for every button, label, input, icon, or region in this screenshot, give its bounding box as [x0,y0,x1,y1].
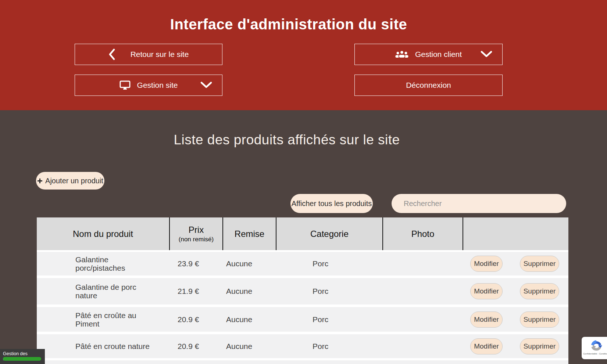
client-management-label: Gestion client [415,50,462,59]
row-divider [37,332,568,334]
chevron-left-icon [108,48,115,60]
people-icon [395,50,408,59]
plus-icon [37,178,43,184]
back-to-site-button[interactable]: Retour sur le site [75,44,222,65]
product-price: 20.9 € [169,342,222,351]
row-divider [37,275,568,278]
show-all-products-button[interactable]: Afficher tous les produits [290,194,373,213]
column-header-actions [463,217,568,250]
column-header-price: Prix (non remisé) [169,217,222,250]
column-header-category: Categorie [276,217,382,250]
site-management-label: Gestion site [137,81,178,90]
search-input[interactable] [392,194,566,213]
product-name: Galantine de porc nature [37,283,169,300]
recaptcha-badge[interactable]: Confidentialité - Conditions [582,337,607,359]
product-category: Porc [276,315,382,324]
product-category: Porc [276,342,382,351]
product-discount: Aucune [222,259,276,268]
column-header-price-sub: (non remisé) [179,236,214,243]
delete-button[interactable]: Supprimer [520,311,559,328]
delete-button[interactable]: Supprimer [520,283,559,299]
table-row: Pâté en croute nature 20.9 € Aucune Porc… [37,334,568,358]
table-row: Galantine de porc nature 21.9 € Aucune P… [37,278,568,304]
table-header-row: Nom du produit Prix (non remisé) Remise … [37,217,568,250]
table-row: Galantine porc/pistaches 23.9 € Aucune P… [37,252,568,275]
chevron-down-icon [481,51,492,58]
product-discount: Aucune [222,342,276,351]
product-name: Galantine porc/pistaches [37,255,169,272]
edit-button[interactable]: Modifier [470,283,503,299]
product-category: Porc [276,259,382,268]
monitor-icon [119,80,131,90]
products-table: Nom du produit Prix (non remisé) Remise … [37,217,568,364]
page-title: Interface d'administration du site [0,16,577,33]
recaptcha-icon [590,339,603,352]
product-discount: Aucune [222,287,276,296]
site-management-button[interactable]: Gestion site [75,75,222,96]
edit-button[interactable]: Modifier [470,338,503,354]
services-management-badge[interactable]: Gestion des services [0,349,45,364]
column-header-photo: Photo [382,217,463,250]
recaptcha-terms-label: Confidentialité - Conditions [583,353,607,355]
row-divider [37,304,568,307]
edit-button[interactable]: Modifier [470,311,503,328]
logout-label: Déconnexion [406,81,451,90]
add-product-label: Ajouter un produit [45,177,103,185]
show-all-products-label: Afficher tous les produits [292,199,372,208]
table-row-partial [37,360,568,364]
products-section-title: Liste des produits affichés sur le site [0,132,574,148]
product-price: 23.9 € [169,259,222,268]
chevron-down-icon [200,82,212,89]
logout-button[interactable]: Déconnexion [354,75,503,96]
back-to-site-label: Retour sur le site [131,50,189,59]
product-name: Pâté en croute nature [37,342,169,350]
column-header-name: Nom du produit [37,217,169,250]
column-header-discount: Remise [222,217,276,250]
product-price: 21.9 € [169,287,222,296]
client-management-button[interactable]: Gestion client [354,44,503,65]
product-price: 20.9 € [169,315,222,324]
table-row: Pâté en croûte au Piment 20.9 € Aucune P… [37,307,568,332]
product-category: Porc [276,287,382,296]
product-discount: Aucune [222,315,276,324]
delete-button[interactable]: Supprimer [520,256,559,272]
product-name: Pâté en croûte au Piment [37,311,169,328]
admin-header: Interface d'administration du site Retou… [0,0,607,110]
edit-button[interactable]: Modifier [470,256,503,272]
delete-button[interactable]: Supprimer [520,338,559,354]
services-status-bar [3,357,41,361]
add-product-button[interactable]: Ajouter un produit [36,172,104,190]
